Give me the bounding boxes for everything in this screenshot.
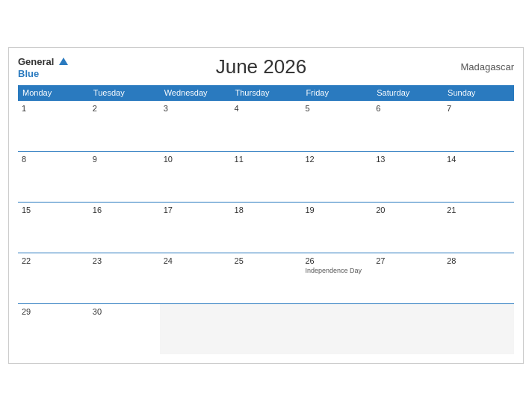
calendar-cell <box>301 303 372 354</box>
country-label: Madagascar <box>454 61 514 72</box>
day-number: 5 <box>305 104 368 113</box>
calendar-cell: 4 <box>231 100 302 151</box>
day-number: 16 <box>93 206 156 214</box>
day-number: 20 <box>376 206 439 214</box>
calendar-cell: 16 <box>89 202 160 253</box>
logo-blue: Blue <box>18 68 39 79</box>
calendar-week-5: 2930 <box>18 303 514 354</box>
calendar-cell: 24 <box>160 253 231 303</box>
day-number: 10 <box>164 155 227 164</box>
day-number: 19 <box>305 206 368 214</box>
col-tuesday: Tuesday <box>89 85 160 101</box>
calendar-cell: 13 <box>372 151 443 202</box>
day-number: 14 <box>447 155 510 164</box>
logo-general: General <box>18 56 54 67</box>
day-number: 26 <box>305 256 368 265</box>
calendar-cell: 23 <box>89 253 160 303</box>
calendar-cell <box>160 303 231 354</box>
calendar-cell: 8 <box>18 151 89 202</box>
calendar-cell <box>231 303 302 354</box>
day-number: 17 <box>164 206 227 214</box>
calendar-cell: 19 <box>301 202 372 253</box>
calendar-cell: 14 <box>443 151 514 202</box>
calendar-cell: 30 <box>89 303 160 354</box>
calendar-week-2: 891011121314 <box>18 151 514 202</box>
col-wednesday: Wednesday <box>160 85 231 101</box>
header-row: Monday Tuesday Wednesday Thursday Friday… <box>18 85 514 101</box>
calendar-cell: 15 <box>18 202 89 253</box>
col-thursday: Thursday <box>231 85 302 101</box>
day-number: 22 <box>22 256 85 265</box>
calendar-cell: 25 <box>231 253 302 303</box>
calendar-cell: 17 <box>160 202 231 253</box>
header: General Blue June 2026 Madagascar <box>18 55 514 79</box>
day-number: 30 <box>93 307 156 316</box>
day-number: 28 <box>447 256 510 265</box>
day-number: 8 <box>22 155 85 164</box>
calendar-cell: 12 <box>301 151 372 202</box>
calendar-cell <box>443 303 514 354</box>
day-number: 23 <box>93 256 156 265</box>
calendar-cell: 3 <box>160 100 231 151</box>
day-number: 29 <box>22 307 85 316</box>
calendar-cell: 10 <box>160 151 231 202</box>
calendar-cell: 7 <box>443 100 514 151</box>
day-number: 1 <box>22 104 85 113</box>
calendar-cell: 6 <box>372 100 443 151</box>
day-number: 21 <box>447 206 510 214</box>
calendar-grid: Monday Tuesday Wednesday Thursday Friday… <box>18 85 514 355</box>
calendar-week-3: 15161718192021 <box>18 202 514 253</box>
calendar-cell: 11 <box>231 151 302 202</box>
calendar-body: 1234567891011121314151617181920212223242… <box>18 100 514 354</box>
logo-triangle-icon <box>59 58 68 65</box>
day-number: 18 <box>235 206 298 214</box>
day-number: 12 <box>305 155 368 164</box>
calendar-week-1: 1234567 <box>18 100 514 151</box>
day-number: 9 <box>93 155 156 164</box>
calendar-title: June 2026 <box>68 55 454 78</box>
calendar-cell: 29 <box>18 303 89 354</box>
calendar-cell: 27 <box>372 253 443 303</box>
calendar-cell: 26Independence Day <box>301 253 372 303</box>
day-number: 11 <box>235 155 298 164</box>
calendar-header: Monday Tuesday Wednesday Thursday Friday… <box>18 85 514 101</box>
col-monday: Monday <box>18 85 89 101</box>
calendar-cell: 20 <box>372 202 443 253</box>
calendar-cell: 1 <box>18 100 89 151</box>
logo-row2: Blue <box>18 67 68 79</box>
calendar-cell: 21 <box>443 202 514 253</box>
col-friday: Friday <box>301 85 372 101</box>
calendar-cell: 28 <box>443 253 514 303</box>
day-number: 24 <box>164 256 227 265</box>
day-number: 7 <box>447 104 510 113</box>
calendar-cell <box>372 303 443 354</box>
day-number: 27 <box>376 256 439 265</box>
day-number: 15 <box>22 206 85 214</box>
day-number: 6 <box>376 104 439 113</box>
day-number: 13 <box>376 155 439 164</box>
event-label: Independence Day <box>305 267 368 274</box>
day-number: 25 <box>235 256 298 265</box>
col-saturday: Saturday <box>372 85 443 101</box>
logo-row1: General <box>18 55 68 67</box>
calendar-cell: 18 <box>231 202 302 253</box>
calendar-cell: 2 <box>89 100 160 151</box>
calendar-week-4: 2223242526Independence Day2728 <box>18 253 514 303</box>
col-sunday: Sunday <box>443 85 514 101</box>
calendar-wrapper: General Blue June 2026 Madagascar Monday… <box>8 47 524 365</box>
day-number: 2 <box>93 104 156 113</box>
logo: General Blue <box>18 55 68 79</box>
calendar-cell: 22 <box>18 253 89 303</box>
calendar-cell: 9 <box>89 151 160 202</box>
day-number: 3 <box>164 104 227 113</box>
calendar-cell: 5 <box>301 100 372 151</box>
day-number: 4 <box>235 104 298 113</box>
